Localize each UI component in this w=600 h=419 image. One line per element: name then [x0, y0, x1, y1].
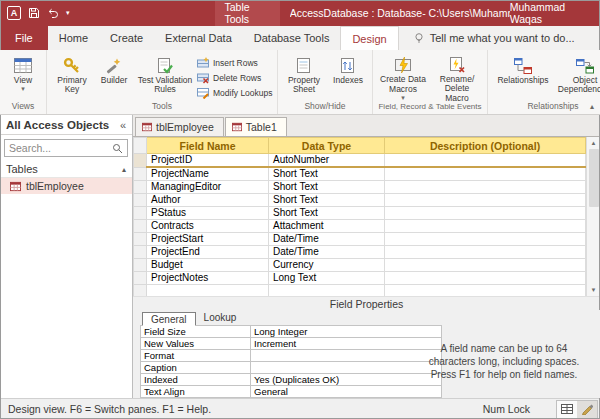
property-value[interactable] [251, 362, 442, 374]
field-name-cell[interactable] [147, 285, 269, 297]
modify-lookups-button[interactable]: Modify Lookups [197, 86, 273, 99]
column-header-field-name[interactable]: Field Name [147, 138, 269, 154]
scroll-down-icon[interactable]: ▼ [591, 284, 597, 296]
row-selector[interactable] [134, 220, 147, 233]
row-selector[interactable] [134, 167, 147, 181]
collapse-ribbon-icon[interactable]: ▴ [590, 102, 594, 111]
view-button[interactable]: View ▾ [4, 53, 42, 101]
description-cell[interactable] [385, 167, 586, 181]
data-type-cell[interactable]: Long Text [269, 272, 385, 285]
data-type-cell[interactable]: Date/Time [269, 246, 385, 259]
column-header-data-type[interactable]: Data Type [269, 138, 385, 154]
scroll-up-icon[interactable]: ▲ [591, 137, 597, 149]
design-view-button[interactable] [577, 401, 597, 418]
property-value[interactable]: General [251, 386, 442, 398]
data-type-cell[interactable]: Short Text [269, 181, 385, 194]
row-selector[interactable] [134, 194, 147, 207]
nav-pane-header[interactable]: All Access Objects « [0, 115, 132, 135]
property-name[interactable]: Indexed [141, 374, 251, 386]
field-name-cell[interactable]: ProjectName [147, 167, 269, 181]
description-cell[interactable] [385, 220, 586, 233]
tab-create[interactable]: Create [99, 26, 154, 50]
doc-tab-tblemployee[interactable]: tblEmployee [135, 117, 224, 136]
rename-delete-macro-button[interactable]: Rename/ Delete Macro [431, 53, 483, 101]
data-type-cell[interactable]: Currency [269, 259, 385, 272]
nav-group-tables[interactable]: Tables ▴ [0, 160, 132, 178]
data-type-cell[interactable]: Short Text [269, 207, 385, 220]
vertical-scrollbar[interactable]: ▲ ▼ [586, 137, 600, 296]
description-cell[interactable] [385, 259, 586, 272]
delete-rows-button[interactable]: Delete Rows [197, 71, 273, 84]
field-name-cell[interactable]: ProjectEnd [147, 246, 269, 259]
tab-general[interactable]: General [142, 312, 196, 326]
qat-customize-chevron-icon[interactable]: ▾ [66, 9, 70, 17]
undo-icon[interactable] [47, 7, 59, 19]
field-name-cell[interactable]: Author [147, 194, 269, 207]
datasheet-view-button[interactable] [557, 401, 577, 418]
row-selector[interactable] [134, 285, 147, 297]
property-name[interactable]: Format [141, 350, 251, 362]
row-selector[interactable] [134, 233, 147, 246]
field-name-cell[interactable]: ProjectID [147, 154, 269, 168]
nav-item-tblemployee[interactable]: tblEmployee [0, 178, 132, 194]
tab-lookup[interactable]: Lookup [196, 311, 245, 325]
shutter-bar-close-icon[interactable]: « [120, 119, 126, 131]
property-name[interactable]: New Values [141, 338, 251, 350]
row-selector[interactable] [134, 272, 147, 285]
scrollbar-thumb[interactable] [589, 149, 599, 207]
data-type-cell[interactable]: Attachment [269, 220, 385, 233]
tab-design[interactable]: Design [340, 26, 398, 50]
tab-database-tools[interactable]: Database Tools [243, 26, 341, 50]
access-app-icon[interactable]: A [7, 6, 21, 20]
object-dependencies-button[interactable]: Object Dependencies [556, 53, 600, 101]
builder-button[interactable]: Builder [95, 53, 133, 101]
tell-me-box[interactable]: Tell me what you want to do... [413, 26, 575, 50]
primary-key-button[interactable]: Primary Key [51, 53, 93, 101]
description-cell[interactable] [385, 246, 586, 259]
field-name-cell[interactable]: ProjectNotes [147, 272, 269, 285]
field-name-cell[interactable]: ManagingEditor [147, 181, 269, 194]
data-type-cell[interactable]: Date/Time [269, 233, 385, 246]
user-account[interactable]: Muhammad Waqas [510, 1, 588, 25]
tab-home[interactable]: Home [48, 26, 99, 50]
description-cell[interactable] [385, 181, 586, 194]
data-type-cell[interactable]: Short Text [269, 167, 385, 181]
description-cell[interactable] [385, 233, 586, 246]
save-icon[interactable] [28, 7, 40, 19]
row-selector[interactable] [134, 181, 147, 194]
data-type-cell[interactable] [269, 285, 385, 297]
relationships-button[interactable]: Relationships [492, 53, 554, 101]
row-selector[interactable] [134, 246, 147, 259]
property-name[interactable]: Field Size [141, 326, 251, 338]
property-name[interactable]: Text Align [141, 386, 251, 398]
data-type-cell[interactable]: Short Text [269, 194, 385, 207]
property-sheet-button[interactable]: Property Sheet [282, 53, 326, 101]
grid-corner-cell[interactable] [134, 138, 147, 154]
column-header-description[interactable]: Description (Optional) [385, 138, 586, 154]
indexes-button[interactable]: Indexes [328, 53, 368, 101]
row-selector[interactable] [134, 207, 147, 220]
search-input[interactable] [9, 142, 112, 154]
property-value[interactable]: Yes (Duplicates OK) [251, 374, 442, 386]
row-selector[interactable] [134, 259, 147, 272]
description-cell[interactable] [385, 272, 586, 285]
description-cell[interactable] [385, 285, 586, 297]
create-data-macros-button[interactable]: Create Data Macros ▾ [377, 53, 429, 101]
tab-external-data[interactable]: External Data [154, 26, 243, 50]
row-selector[interactable] [134, 154, 147, 168]
data-type-cell[interactable]: AutoNumber [269, 154, 385, 168]
tab-file[interactable]: File [0, 26, 48, 50]
property-value[interactable]: Increment [251, 338, 442, 350]
description-cell[interactable] [385, 194, 586, 207]
property-value[interactable] [251, 350, 442, 362]
field-name-cell[interactable]: ProjectStart [147, 233, 269, 246]
property-name[interactable]: Caption [141, 362, 251, 374]
field-name-cell[interactable]: Contracts [147, 220, 269, 233]
description-cell[interactable] [385, 154, 586, 168]
field-name-cell[interactable]: Budget [147, 259, 269, 272]
doc-tab-table1[interactable]: Table1 [225, 117, 287, 136]
property-value[interactable]: Long Integer [251, 326, 442, 338]
description-cell[interactable] [385, 207, 586, 220]
test-validation-rules-button[interactable]: Test Validation Rules [135, 53, 195, 101]
insert-rows-button[interactable]: Insert Rows [197, 56, 273, 69]
